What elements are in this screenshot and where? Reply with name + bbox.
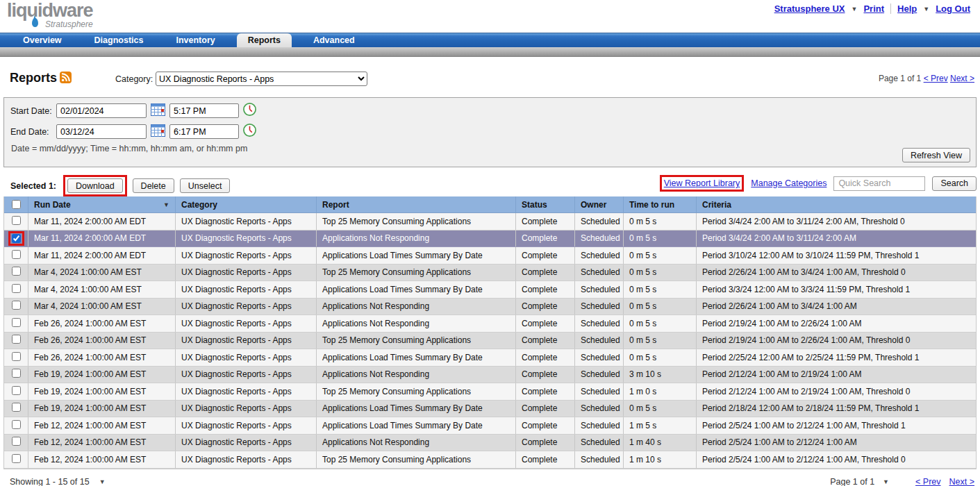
nav-subbar [0, 47, 980, 57]
cell-owner: Scheduled [575, 451, 624, 468]
start-time-input[interactable] [169, 103, 239, 118]
row-checkbox[interactable] [12, 250, 21, 259]
logout-link[interactable]: Log Out [936, 3, 970, 14]
tab-reports[interactable]: Reports [237, 33, 292, 47]
table-row[interactable]: Mar 4, 2024 1:00:00 AM EST UX Diagnostic… [4, 281, 976, 299]
cell-category: UX Diagnostic Reports - Apps [176, 333, 317, 349]
next-link[interactable]: Next > [949, 477, 974, 486]
row-checkbox-cell [4, 367, 28, 383]
table-row[interactable]: Mar 11, 2024 2:00:00 AM EDT UX Diagnosti… [4, 213, 976, 231]
col-category[interactable]: Category [176, 196, 317, 212]
table-row[interactable]: Feb 12, 2024 1:00:00 AM EST UX Diagnosti… [4, 451, 976, 469]
manage-categories-link[interactable]: Manage Categories [751, 178, 827, 188]
start-date-input[interactable] [56, 103, 147, 118]
cell-status: Complete [516, 213, 575, 230]
help-link[interactable]: Help [897, 3, 917, 14]
cell-criteria: Period 3/4/24 2:00 AM to 3/11/24 2:00 AM [697, 231, 976, 247]
clock-icon[interactable] [243, 124, 256, 140]
cell-owner: Scheduled [575, 299, 624, 315]
annotation-box: Download [63, 175, 127, 196]
rss-icon[interactable] [60, 72, 72, 83]
cell-owner: Scheduled [575, 231, 624, 247]
prev-link[interactable]: < Prev [924, 74, 948, 83]
row-checkbox[interactable] [12, 352, 21, 361]
cell-criteria: Period 3/4/24 2:00 AM to 3/11/24 2:00 AM… [697, 213, 976, 230]
prev-link[interactable]: < Prev [915, 477, 940, 486]
cell-time-to-run: 0 m 5 s [624, 213, 697, 230]
print-link[interactable]: Print [863, 3, 884, 14]
view-report-library-link[interactable]: View Report Library [664, 178, 740, 188]
row-checkbox[interactable] [12, 403, 21, 412]
row-checkbox[interactable] [12, 216, 21, 225]
col-time-to-run[interactable]: Time to run [624, 196, 697, 212]
cell-time-to-run: 0 m 5 s [624, 247, 697, 264]
col-owner[interactable]: Owner [575, 196, 624, 212]
cell-run-date: Feb 12, 2024 1:00:00 AM EST [28, 417, 176, 434]
table-row[interactable]: Feb 26, 2024 1:00:00 AM EST UX Diagnosti… [4, 349, 976, 367]
row-checkbox[interactable] [12, 335, 21, 344]
stratusphere-ux-link[interactable]: Stratusphere UX [774, 3, 845, 14]
nav-tabs: OverviewDiagnosticsInventoryReportsAdvan… [12, 33, 376, 47]
table-row[interactable]: Mar 4, 2024 1:00:00 AM EST UX Diagnostic… [4, 265, 976, 282]
delete-button[interactable]: Delete [133, 178, 174, 193]
category-select[interactable]: UX Diagnostic Reports - Apps [156, 72, 367, 86]
next-link[interactable]: Next > [950, 74, 974, 83]
tab-advanced[interactable]: Advanced [302, 33, 366, 47]
row-checkbox[interactable] [12, 420, 21, 429]
cell-category: UX Diagnostic Reports - Apps [176, 417, 317, 434]
row-checkbox[interactable] [12, 284, 21, 293]
table-row[interactable]: Mar 4, 2024 1:00:00 AM EST UX Diagnostic… [4, 299, 976, 316]
row-checkbox[interactable] [12, 386, 21, 395]
row-checkbox[interactable] [12, 301, 21, 310]
selected-row-checkbox-annotation [8, 231, 24, 246]
quick-search-input[interactable] [833, 176, 925, 191]
select-all-checkbox[interactable] [12, 200, 21, 209]
row-checkbox[interactable] [12, 437, 21, 446]
row-checkbox[interactable] [12, 369, 21, 378]
table-row[interactable]: Feb 19, 2024 1:00:00 AM EST UX Diagnosti… [4, 383, 976, 401]
cell-report: Applications Load Times Summary By Date [317, 349, 516, 366]
calendar-icon[interactable] [151, 124, 165, 140]
end-date-input[interactable] [56, 124, 147, 139]
clock-icon[interactable] [243, 103, 256, 119]
refresh-view-button[interactable]: Refresh View [902, 148, 970, 162]
tab-overview[interactable]: Overview [12, 33, 73, 47]
table-row[interactable]: Feb 26, 2024 1:00:00 AM EST UX Diagnosti… [4, 333, 976, 350]
table-row[interactable]: Feb 19, 2024 1:00:00 AM EST UX Diagnosti… [4, 367, 976, 384]
row-checkbox[interactable] [12, 234, 21, 243]
chevron-down-icon[interactable]: ▼ [852, 6, 858, 12]
row-checkbox-cell [4, 401, 28, 417]
tab-diagnostics[interactable]: Diagnostics [83, 33, 155, 47]
tab-inventory[interactable]: Inventory [165, 33, 226, 47]
date-format-hint: Date = mm/dd/yyyy; Time = hh:mm, hh:mm a… [11, 144, 247, 153]
chevron-down-icon[interactable]: ▼ [99, 478, 106, 485]
page-indicator: Page 1 of 1 [879, 74, 921, 83]
col-status[interactable]: Status [516, 196, 575, 212]
col-run-date[interactable]: Run Date▼ [28, 196, 176, 212]
table-row[interactable]: Feb 26, 2024 1:00:00 AM EST UX Diagnosti… [4, 315, 976, 333]
row-checkbox[interactable] [12, 267, 21, 276]
row-checkbox-cell [4, 435, 28, 451]
calendar-icon[interactable] [151, 103, 165, 119]
cell-status: Complete [516, 281, 575, 298]
chevron-down-icon[interactable]: ▼ [883, 478, 889, 485]
table-row[interactable]: Feb 12, 2024 1:00:00 AM EST UX Diagnosti… [4, 417, 976, 435]
table-row[interactable]: Feb 19, 2024 1:00:00 AM EST UX Diagnosti… [4, 401, 976, 418]
col-criteria[interactable]: Criteria [697, 196, 976, 212]
table-row[interactable]: Mar 11, 2024 2:00:00 AM EDT UX Diagnosti… [4, 247, 976, 265]
search-button[interactable]: Search [932, 176, 977, 191]
row-checkbox[interactable] [12, 318, 21, 327]
chevron-down-icon[interactable]: ▼ [923, 6, 929, 12]
col-report[interactable]: Report [317, 196, 516, 212]
cell-criteria: Period 2/19/24 1:00 AM to 2/26/24 1:00 A… [697, 315, 976, 332]
row-checkbox[interactable] [12, 454, 21, 463]
table-row[interactable]: Mar 11, 2024 2:00:00 AM EDT UX Diagnosti… [4, 231, 976, 248]
cell-time-to-run: 0 m 5 s [624, 401, 697, 417]
end-time-input[interactable] [169, 124, 239, 139]
unselect-button[interactable]: Unselect [180, 178, 231, 193]
row-checkbox-cell [4, 417, 28, 434]
download-button[interactable]: Download [67, 178, 123, 193]
logo-text: liquidware [7, 0, 93, 21]
table-row[interactable]: Feb 12, 2024 1:00:00 AM EST UX Diagnosti… [4, 435, 976, 452]
top-links: Stratusphere UX ▼ Print Help ▼ Log Out [774, 3, 970, 14]
